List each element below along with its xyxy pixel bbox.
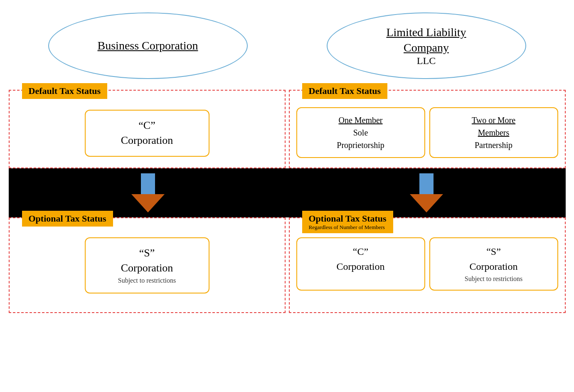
optional-left-inner: “S” Corporation Subject to restrictions (85, 237, 209, 293)
default-right-inner-left: One Member Sole Proprietorship (296, 107, 425, 158)
optional-left-inner-note: Subject to restrictions (91, 276, 204, 285)
default-row: Default Tax Status “C” Corporation Defau… (9, 90, 566, 168)
default-right-inner-left-line2: Sole (301, 126, 421, 139)
default-right-inner-right: Two or More Members Partnership (429, 107, 558, 158)
default-left-inner-line2: Corporation (91, 133, 204, 148)
business-corporation-label: Business Corporation (98, 38, 198, 53)
optional-right-inner-row: “C” Corporation “S” Corporation Subject … (296, 237, 558, 291)
left-arrow (131, 173, 165, 212)
llc-label-line3: LLC (417, 55, 436, 66)
arrow-row (9, 168, 566, 217)
main-container: Business Corporation Limited Liability C… (9, 8, 566, 313)
default-right-inner-right-line2: Members (434, 126, 554, 139)
optional-left-inner-line2: Corporation (91, 261, 204, 276)
optional-right-badge-main: Optional Tax Status (309, 213, 387, 224)
optional-right-badge-sub: Regardless of Number of Members (309, 224, 387, 231)
optional-right-inner-right-note: Subject to restrictions (434, 274, 554, 284)
right-arrow (410, 173, 443, 212)
left-arrow-shaft (141, 173, 155, 194)
default-right-inner-left-line1: One Member (301, 114, 421, 126)
llc-label-line2: Company (404, 41, 449, 54)
right-arrow-shaft (419, 173, 434, 194)
optional-left-box: Optional Tax Status “S” Corporation Subj… (9, 217, 286, 313)
optional-left-badge: Optional Tax Status (22, 211, 113, 227)
default-right-inner-right-line1: Two or More (434, 114, 554, 126)
default-right-box: Default Tax Status One Member Sole Propr… (289, 90, 566, 168)
default-left-badge: Default Tax Status (22, 83, 108, 99)
optional-left-inner-line1: “S” (91, 246, 204, 261)
optional-right-inner-left-line2: Corporation (301, 259, 421, 274)
ellipse-row: Business Corporation Limited Liability C… (9, 8, 566, 83)
default-right-badge: Default Tax Status (302, 83, 388, 99)
optional-row: Optional Tax Status “S” Corporation Subj… (9, 217, 566, 313)
optional-right-box: Optional Tax Status Regardless of Number… (289, 217, 566, 313)
llc-ellipse: Limited Liability Company LLC (327, 12, 526, 79)
default-left-inner: “C” Corporation (85, 110, 209, 157)
optional-right-inner-right-line2: Corporation (434, 259, 554, 274)
optional-right-inner-right-line1: “S” (434, 244, 554, 259)
optional-right-inner-right: “S” Corporation Subject to restrictions (429, 237, 558, 291)
optional-right-inner-left: “C” Corporation (296, 237, 425, 291)
optional-right-badge: Optional Tax Status Regardless of Number… (302, 211, 393, 233)
default-right-inner-row: One Member Sole Proprietorship Two or Mo… (296, 107, 558, 158)
business-corporation-ellipse: Business Corporation (48, 12, 248, 79)
left-arrow-head (131, 194, 165, 212)
right-arrow-head (410, 194, 443, 212)
default-right-inner-right-line3: Partnership (434, 139, 554, 151)
default-left-box: Default Tax Status “C” Corporation (9, 90, 286, 168)
default-right-inner-left-line3: Proprietorship (301, 139, 421, 151)
llc-label-line1: Limited Liability (386, 26, 466, 39)
optional-right-inner-left-line1: “C” (301, 244, 421, 259)
default-left-inner-line1: “C” (91, 118, 204, 133)
